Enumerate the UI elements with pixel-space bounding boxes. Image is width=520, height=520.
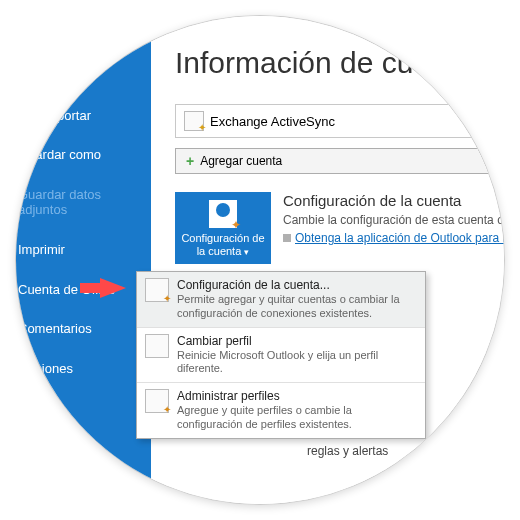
- change-profile-icon: [145, 334, 169, 358]
- add-account-button[interactable]: + Agregar cuenta: [175, 148, 505, 174]
- sidebar-item-open-export[interactable]: rir y exportar: [15, 96, 151, 136]
- account-settings-button[interactable]: Configuración de la cuenta ▾: [175, 192, 271, 264]
- bullet-icon: [283, 234, 291, 242]
- sidebar-item-options[interactable]: Opciones: [15, 349, 151, 389]
- red-arrow-annotation: [100, 278, 126, 298]
- outlook-app-link[interactable]: Obtenga la aplicación de Outlook para iP…: [295, 231, 505, 245]
- dd-sub: Agregue y quite perfiles o cambie la con…: [177, 404, 417, 432]
- chevron-down-icon: ▾: [244, 247, 249, 257]
- dd-title: Configuración de la cuenta...: [177, 278, 417, 293]
- account-settings-gear-icon: [145, 278, 169, 302]
- dd-title: Cambiar perfil: [177, 334, 417, 349]
- sidebar-item-feedback[interactable]: Comentarios: [15, 309, 151, 349]
- rules-alerts-label: reglas y alertas: [307, 444, 388, 458]
- account-settings-description: Configuración de la cuenta Cambie la con…: [283, 192, 505, 249]
- backstage-sidebar: ción rir y exportar Guardar como Guardar…: [15, 15, 151, 505]
- account-settings-dropdown: Configuración de la cuenta... Permite ag…: [136, 271, 426, 439]
- sidebar-item-info[interactable]: ción: [15, 56, 151, 96]
- dropdown-item-manage-profiles[interactable]: Administrar perfiles Agregue y quite per…: [137, 382, 425, 438]
- sync-icon: [184, 111, 204, 131]
- sidebar-item-print[interactable]: Imprimir: [15, 230, 151, 270]
- dd-title: Administrar perfiles: [177, 389, 417, 404]
- config-text: Cambie la configuración de esta cuenta o…: [283, 213, 505, 227]
- account-settings-button-label: Configuración de la cuenta: [181, 232, 264, 257]
- plus-icon: +: [186, 153, 194, 169]
- dd-sub: Reinicie Microsoft Outlook y elija un pe…: [177, 349, 417, 377]
- account-settings-icon: [209, 200, 237, 228]
- dropdown-item-change-profile[interactable]: Cambiar perfil Reinicie Microsoft Outloo…: [137, 327, 425, 383]
- sidebar-item-save-as[interactable]: Guardar como: [15, 135, 151, 175]
- manage-profiles-icon: [145, 389, 169, 413]
- sidebar-item-save-attachments: Guardar datos adjuntos: [15, 175, 151, 230]
- dd-sub: Permite agregar y quitar cuentas o cambi…: [177, 293, 417, 321]
- sync-label: Exchange ActiveSync: [210, 114, 335, 129]
- account-type-box: Exchange ActiveSync: [175, 104, 505, 138]
- add-account-label: Agregar cuenta: [200, 154, 282, 168]
- page-title: Información de cu: [175, 46, 505, 80]
- config-heading: Configuración de la cuenta: [283, 192, 505, 209]
- dropdown-item-account-settings[interactable]: Configuración de la cuenta... Permite ag…: [137, 272, 425, 327]
